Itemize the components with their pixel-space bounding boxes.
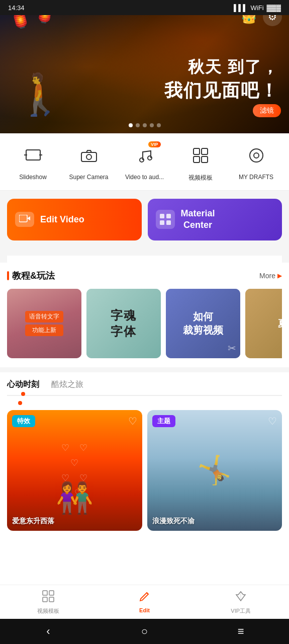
material-center-icon bbox=[156, 210, 175, 229]
card1-overlay: 语音转文字 功能上新 bbox=[25, 311, 63, 336]
svg-rect-11 bbox=[19, 215, 27, 222]
card2-photo: 🤸 bbox=[147, 410, 282, 531]
dot-3 bbox=[143, 123, 147, 127]
card1-silhouette: 👫 bbox=[7, 480, 142, 516]
slideshow-icon-wrap bbox=[20, 143, 46, 170]
tool-video-to-audio[interactable]: VIP Video to aud... bbox=[122, 143, 167, 182]
card2-like[interactable]: ♡ bbox=[268, 415, 277, 427]
recents-button[interactable]: ≡ bbox=[226, 625, 256, 638]
slideshow-icon bbox=[24, 148, 42, 166]
svg-rect-15 bbox=[160, 220, 164, 225]
my-drafts-icon-wrap bbox=[243, 143, 269, 170]
home-button[interactable]: ○ bbox=[129, 625, 159, 638]
drafts-icon bbox=[248, 147, 264, 166]
tutorial-card-3[interactable]: 如何 裁剪视频 ✂ bbox=[166, 289, 240, 358]
material-center-button[interactable]: Material Center bbox=[148, 199, 282, 240]
hero-line1: 秋天 到了， bbox=[164, 56, 279, 78]
card4-bg bbox=[245, 289, 282, 358]
content-card-1[interactable]: 特效 ♡ ♡ ♡ ♡ ♡ ♡ 👫 ♡ 爱意东升西落 bbox=[7, 410, 142, 531]
tool-slideshow[interactable]: Slideshow bbox=[11, 143, 56, 182]
card3-text: 如何 裁剪视频 bbox=[183, 310, 223, 337]
vip-badge-icon: VIP bbox=[148, 141, 161, 147]
svg-rect-13 bbox=[160, 214, 164, 218]
hero-line2: 我们见面吧！ bbox=[164, 78, 279, 103]
card1-title: 爱意东升西落 bbox=[12, 517, 54, 526]
action-buttons: Edit Video Material Center bbox=[0, 191, 289, 249]
card2-title: 浪漫致死不渝 bbox=[152, 517, 195, 526]
time-display: 14:34 bbox=[8, 4, 25, 12]
back-button[interactable]: ‹ bbox=[33, 625, 63, 638]
scissors-icon: ✂ bbox=[228, 342, 236, 354]
template-nav-icon bbox=[42, 590, 54, 605]
nav-edit-label: Edit bbox=[139, 607, 150, 613]
more-arrow-icon: ▶ bbox=[277, 272, 282, 279]
edit-video-icon bbox=[15, 212, 34, 227]
super-camera-icon-wrap bbox=[76, 143, 102, 170]
tutorials-header bbox=[7, 256, 282, 263]
tutorial-card-4[interactable]: 夏 bbox=[245, 289, 282, 358]
nav-vip[interactable]: VIP工具 bbox=[192, 590, 289, 615]
hero-text: 秋天 到了， 我们见面吧！ bbox=[164, 56, 279, 103]
grid-icon bbox=[192, 147, 209, 166]
dot-2 bbox=[136, 123, 140, 127]
svg-point-9 bbox=[250, 149, 263, 162]
video-template-label: 视频模板 bbox=[188, 174, 213, 182]
material-center-label: Material Center bbox=[181, 208, 215, 231]
tool-super-camera[interactable]: Super Camera bbox=[66, 143, 112, 182]
tutorials-section bbox=[0, 249, 289, 263]
dot-4 bbox=[150, 123, 154, 127]
tab-heartbeat[interactable]: 心动时刻 bbox=[7, 379, 39, 395]
camera-icon bbox=[80, 148, 98, 165]
status-bar: 14:34 ▌▌▌ WiFi ▓▓▓ bbox=[0, 0, 289, 15]
tool-my-drafts[interactable]: MY DRAFTS bbox=[234, 143, 279, 182]
title-bar-icon bbox=[7, 271, 9, 280]
bottom-nav: 视频模板 Edit VIP工具 bbox=[0, 585, 289, 619]
tutorial-card-1[interactable]: 语音转文字 功能上新 bbox=[7, 289, 81, 358]
content-cards-row: 特效 ♡ ♡ ♡ ♡ ♡ ♡ 👫 ♡ 爱意东升西落 主题 🤸 ♡ 浪漫致死不渝 bbox=[7, 410, 282, 591]
tool-video-template[interactable]: 视频模板 bbox=[178, 143, 223, 182]
card1-like[interactable]: ♡ bbox=[128, 415, 137, 427]
video-template-icon-wrap bbox=[187, 143, 214, 170]
tutorials-title: 教程&玩法 bbox=[7, 270, 55, 282]
filter-tag[interactable]: 滤镜 bbox=[253, 104, 281, 117]
tutorials-main: 教程&玩法 More ▶ 语音转文字 功能上新 字魂 字体 bbox=[0, 263, 289, 367]
content-card-2[interactable]: 主题 🤸 ♡ 浪漫致死不渝 bbox=[147, 410, 282, 531]
nav-vip-label: VIP工具 bbox=[231, 607, 251, 615]
nav-edit[interactable]: Edit bbox=[97, 590, 193, 615]
svg-rect-16 bbox=[166, 220, 171, 225]
nav-template[interactable]: 视频模板 bbox=[0, 590, 97, 615]
card4-text: 夏 bbox=[278, 317, 282, 330]
svg-rect-5 bbox=[194, 148, 200, 154]
more-tutorials-button[interactable]: More ▶ bbox=[259, 272, 282, 280]
dot-1 bbox=[129, 123, 133, 127]
svg-rect-0 bbox=[26, 150, 40, 160]
svg-rect-8 bbox=[202, 156, 208, 163]
vip-nav-icon bbox=[235, 590, 247, 605]
svg-rect-19 bbox=[43, 597, 47, 602]
edit-nav-icon bbox=[139, 590, 151, 605]
slideshow-label: Slideshow bbox=[19, 174, 47, 181]
nav-template-label: 视频模板 bbox=[37, 607, 59, 615]
svg-rect-18 bbox=[49, 591, 54, 595]
edit-video-button[interactable]: Edit Video bbox=[7, 199, 142, 240]
battery-icon: ▓▓▓ bbox=[267, 4, 281, 12]
music-icon bbox=[137, 148, 153, 165]
quick-tools: Slideshow Super Camera VIP bbox=[0, 133, 289, 191]
tab-cool-journey[interactable]: 酷炫之旅 bbox=[51, 379, 83, 395]
svg-rect-20 bbox=[49, 597, 54, 602]
video-to-audio-label: Video to aud... bbox=[125, 174, 164, 181]
svg-rect-6 bbox=[202, 148, 208, 154]
dot-5 bbox=[157, 123, 161, 127]
svg-point-2 bbox=[86, 154, 91, 159]
wifi-icon: WiFi bbox=[251, 4, 264, 12]
tutorials-header-row: 教程&玩法 More ▶ bbox=[7, 270, 282, 282]
tutorial-cards-scroll[interactable]: 语音转文字 功能上新 字魂 字体 如何 裁剪视频 bbox=[7, 289, 282, 365]
svg-rect-7 bbox=[194, 156, 200, 163]
tutorial-card-2[interactable]: 字魂 字体 bbox=[86, 289, 161, 358]
system-nav-bar: ‹ ○ ≡ bbox=[0, 619, 289, 644]
card2-text: 字魂 字体 bbox=[111, 307, 137, 340]
my-drafts-label: MY DRAFTS bbox=[239, 174, 273, 181]
hero-person: 🚶 bbox=[15, 71, 65, 118]
content-section: 心动时刻 酷炫之旅 特效 ♡ ♡ ♡ ♡ ♡ ♡ 👫 ♡ 爱意东升西落 bbox=[0, 372, 289, 591]
hero-dots bbox=[129, 123, 161, 127]
